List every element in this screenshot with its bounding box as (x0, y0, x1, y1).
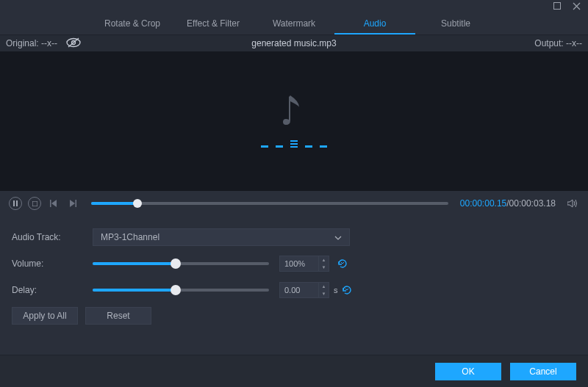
delay-slider[interactable] (93, 289, 269, 292)
close-button[interactable] (572, 1, 581, 10)
tab-bar: Rotate & Crop Effect & Filter Watermark … (0, 12, 588, 35)
file-name: generated music.mp3 (0, 38, 588, 48)
tab-rotate-crop[interactable]: Rotate & Crop (92, 12, 173, 35)
delay-label: Delay: (12, 285, 93, 295)
volume-slider-thumb[interactable] (171, 258, 181, 269)
svg-rect-6 (13, 200, 15, 206)
info-bar: Original: --x-- generated music.mp3 Outp… (0, 35, 588, 51)
play-pause-button[interactable] (9, 197, 22, 210)
original-dimensions-label: Original: --x-- (6, 38, 57, 48)
total-time: 00:00:03.18 (509, 198, 556, 209)
volume-value-input[interactable]: 100% (279, 256, 319, 272)
playback-time: 00:00:00.15/00:00:03.18 (460, 198, 556, 209)
previous-button[interactable] (47, 197, 60, 210)
tab-subtitle[interactable]: Subtitle (415, 12, 496, 35)
chevron-down-icon (334, 232, 342, 242)
dialog-footer: OK Cancel (0, 355, 588, 387)
volume-spin-up[interactable]: ▲ (319, 256, 329, 264)
volume-slider[interactable] (93, 262, 269, 265)
svg-rect-10 (76, 200, 77, 207)
audio-track-value: MP3-1Channel (101, 232, 159, 242)
tab-effect-filter[interactable]: Effect & Filter (173, 12, 254, 35)
title-bar (0, 0, 588, 12)
delay-spin-down[interactable]: ▼ (319, 290, 329, 297)
music-note-icon (283, 95, 305, 130)
volume-label: Volume: (12, 258, 93, 269)
preview-toggle-icon[interactable] (66, 37, 81, 50)
tab-watermark[interactable]: Watermark (254, 12, 334, 35)
preview-pane (0, 51, 588, 191)
reset-button[interactable]: Reset (85, 307, 151, 325)
timeline-thumb[interactable] (133, 199, 142, 208)
next-button[interactable] (66, 197, 79, 210)
audio-settings-panel: Audio Track: MP3-1Channel Volume: 100% ▲… (0, 216, 588, 332)
volume-reset-icon[interactable] (337, 258, 348, 270)
svg-rect-9 (50, 200, 51, 207)
equalizer-icon (261, 140, 327, 148)
apply-to-all-button[interactable]: Apply to All (12, 307, 78, 325)
svg-rect-0 (554, 3, 561, 10)
delay-spin-up[interactable]: ▲ (319, 283, 329, 290)
playback-controls: 00:00:00.15/00:00:03.18 (0, 191, 588, 216)
svg-rect-8 (32, 201, 37, 206)
playback-timeline[interactable] (91, 202, 448, 205)
delay-unit-label: s (334, 286, 338, 294)
volume-spin-down[interactable]: ▼ (319, 264, 329, 271)
delay-reset-icon[interactable] (341, 284, 353, 296)
output-dimensions-label: Output: --x-- (534, 38, 582, 48)
audio-track-label: Audio Track: (12, 232, 93, 242)
svg-rect-7 (16, 200, 18, 206)
volume-icon[interactable] (566, 197, 579, 210)
maximize-button[interactable] (553, 1, 562, 10)
delay-value-input[interactable]: 0.00 (279, 282, 319, 298)
delay-slider-thumb[interactable] (171, 285, 181, 295)
cancel-button[interactable]: Cancel (510, 363, 576, 380)
current-time: 00:00:00.15 (460, 198, 506, 209)
ok-button[interactable]: OK (435, 363, 501, 380)
tab-audio[interactable]: Audio (334, 12, 415, 35)
audio-track-select[interactable]: MP3-1Channel (93, 228, 350, 246)
stop-button[interactable] (28, 197, 41, 210)
